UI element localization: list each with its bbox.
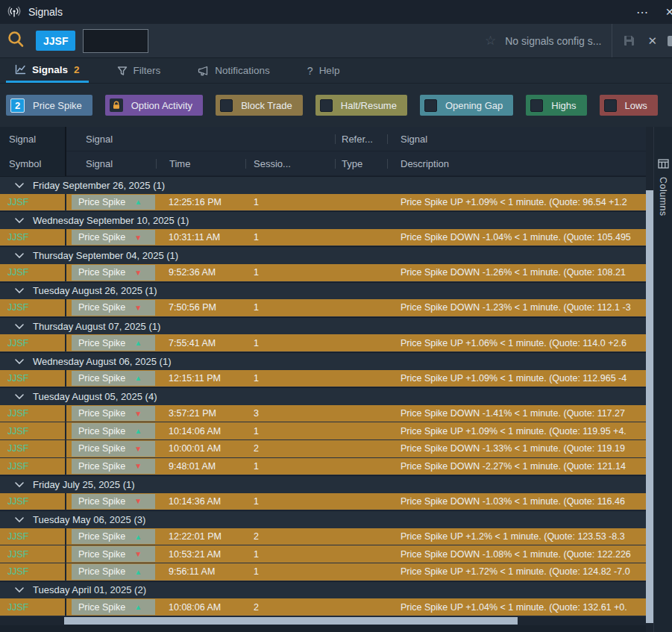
signals-window: Signals ⋯ ✕ JJSF ☆ No signals config s..… <box>0 0 672 632</box>
chevron-down-icon[interactable] <box>15 482 24 487</box>
group-label: Wednesday September 10, 2025 (1) <box>33 215 189 226</box>
chevron-down-icon[interactable] <box>15 218 24 223</box>
signal-row[interactable]: JJSF Price Spike ▲ 10:14:06 AM 1 Price S… <box>0 422 646 440</box>
filter-chip-highs[interactable]: Highs <box>526 95 586 116</box>
vertical-scrollbar-thumb[interactable] <box>646 190 653 623</box>
save-icon[interactable] <box>623 34 635 47</box>
column-header-description[interactable]: Description <box>388 151 646 176</box>
signal-row[interactable]: JJSF Price Spike ▼ 10:31:11 AM 1 Price S… <box>0 229 646 247</box>
date-group-header[interactable]: Thursday August 07, 2025 (1) <box>0 317 646 335</box>
row-time: 9:52:36 AM <box>157 264 246 281</box>
signal-row[interactable]: JJSF Price Spike ▲ 9:56:11 AM 1 Price Sp… <box>0 563 646 581</box>
row-type <box>336 440 388 457</box>
chevron-down-icon[interactable] <box>15 359 24 364</box>
tab-signals[interactable]: Signals 2 <box>6 58 89 83</box>
signal-row[interactable]: JJSF Price Spike ▲ 12:25:16 PM 1 Price S… <box>0 194 646 212</box>
filter-chip-price-spike[interactable]: 2 Price Spike <box>6 95 92 116</box>
chevron-down-icon[interactable] <box>15 324 24 329</box>
more-options-icon[interactable]: ⋯ <box>636 5 649 19</box>
row-type <box>336 545 388 563</box>
row-time: 10:53:21 AM <box>157 545 246 563</box>
signal-row[interactable]: JJSF Price Spike ▼ 10:00:01 AM 2 Price S… <box>0 440 646 458</box>
row-session: 1 <box>246 458 336 475</box>
signal-type-badge: Price Spike ▼ <box>72 546 155 562</box>
direction-arrow-icon: ▲ <box>134 533 142 541</box>
signal-row[interactable]: JJSF Price Spike ▼ 10:14:36 AM 1 Price S… <box>0 493 646 511</box>
date-group-header[interactable]: Tuesday August 26, 2025 (1) <box>0 282 646 300</box>
checkbox[interactable] <box>604 99 617 112</box>
header-group-signal-2[interactable]: Signal <box>66 127 336 151</box>
signal-row[interactable]: JJSF Price Spike ▲ 12:22:01 PM 2 Price S… <box>0 528 646 546</box>
tab-label: Signals <box>32 64 68 75</box>
chevron-down-icon[interactable] <box>15 587 24 592</box>
header-group-signal-1[interactable]: Signal <box>0 127 66 151</box>
clear-config-icon[interactable]: ✕ <box>647 34 657 48</box>
column-header-signal[interactable]: Signal <box>66 151 157 176</box>
date-group-header[interactable]: Thursday September 04, 2025 (1) <box>0 246 646 264</box>
tab-filters[interactable]: Filters <box>108 58 170 83</box>
checkbox[interactable] <box>424 99 437 112</box>
chevron-down-icon[interactable] <box>15 394 24 399</box>
column-header-type[interactable]: Type <box>336 151 388 176</box>
column-header-symbol[interactable]: Symbol <box>0 151 66 176</box>
vertical-scrollbar[interactable] <box>646 127 653 632</box>
chevron-down-icon[interactable] <box>15 253 24 258</box>
row-symbol: JJSF <box>0 545 66 563</box>
group-label: Tuesday April 01, 2025 (2) <box>33 584 146 595</box>
horizontal-scrollbar[interactable] <box>0 616 646 625</box>
chevron-down-icon[interactable] <box>15 288 24 293</box>
direction-arrow-icon: ▼ <box>134 304 142 312</box>
date-group-header[interactable]: Wednesday August 06, 2025 (1) <box>0 352 646 370</box>
signal-type-badge: Price Spike ▼ <box>72 230 155 245</box>
signal-row[interactable]: JJSF Price Spike ▼ 9:48:01 AM 1 Price Sp… <box>0 458 646 476</box>
favorite-star-icon[interactable]: ☆ <box>485 33 496 49</box>
symbol-search-input[interactable] <box>83 29 148 53</box>
tab-notifications[interactable]: Notifications <box>189 58 279 83</box>
checkbox[interactable] <box>530 99 543 112</box>
signal-row[interactable]: JJSF Price Spike ▼ 7:50:56 PM 1 Price Sp… <box>0 299 646 317</box>
date-group-header[interactable]: Tuesday May 06, 2025 (3) <box>0 510 646 528</box>
date-group-header[interactable]: Tuesday August 05, 2025 (4) <box>0 387 646 405</box>
config-status-text[interactable]: No signals config s... <box>505 35 601 47</box>
tab-help[interactable]: ? Help <box>298 58 349 83</box>
signal-row[interactable]: JJSF Price Spike ▼ 9:52:36 AM 1 Price Sp… <box>0 264 646 282</box>
signal-type-badge: Price Spike ▲ <box>72 371 155 387</box>
date-group-header[interactable]: Tuesday April 01, 2025 (2) <box>0 581 646 599</box>
row-signal-label: Price Spike <box>78 443 125 454</box>
row-signal-label: Price Spike <box>78 408 125 419</box>
window-close-icon[interactable]: ✕ <box>665 6 672 18</box>
signal-type-badge: Price Spike ▼ <box>72 459 155 475</box>
header-group-signal-3[interactable]: Signal <box>388 127 646 151</box>
date-group-header[interactable]: Friday September 26, 2025 (1) <box>0 176 646 194</box>
columns-rail[interactable]: Columns <box>653 127 672 632</box>
signal-row[interactable]: JJSF Price Spike ▼ 10:53:21 AM 1 Price S… <box>0 545 646 563</box>
row-symbol: JJSF <box>0 334 66 351</box>
chevron-down-icon[interactable] <box>15 183 24 188</box>
signal-row[interactable]: JJSF Price Spike ▼ 3:57:21 PM 3 Price Sp… <box>0 405 646 423</box>
signal-type-badge: Price Spike ▲ <box>72 195 155 210</box>
funnel-icon <box>117 66 128 76</box>
filter-chip-lows[interactable]: Lows <box>600 95 658 116</box>
checkbox[interactable] <box>220 99 233 112</box>
checkbox[interactable] <box>320 99 333 112</box>
filter-chip-option-activity[interactable]: Option Activity <box>105 95 203 116</box>
signal-type-badge: Price Spike ▼ <box>72 441 155 457</box>
header-group-refer[interactable]: Refer... <box>336 127 388 151</box>
tab-bar: Signals 2 Filters Notifications ? Help <box>0 58 672 84</box>
date-group-header[interactable]: Wednesday September 10, 2025 (1) <box>0 211 646 229</box>
column-header-time[interactable]: Time <box>157 151 246 176</box>
filter-chip-block-trade[interactable]: Block Trade <box>216 95 303 116</box>
horizontal-scrollbar-thumb[interactable] <box>64 617 518 625</box>
signal-row[interactable]: JJSF Price Spike ▲ 7:55:41 AM 1 Price Sp… <box>0 334 646 352</box>
chevron-down-icon[interactable] <box>15 517 24 522</box>
date-group-header[interactable]: Friday July 25, 2025 (1) <box>0 475 646 493</box>
filter-chip-halt-resume[interactable]: Halt/Resume <box>315 95 407 116</box>
clipped-icon[interactable] <box>668 36 672 46</box>
signal-row[interactable]: JJSF Price Spike ▲ 12:15:11 PM 1 Price S… <box>0 370 646 388</box>
row-signal-label: Price Spike <box>78 232 125 243</box>
column-header-session[interactable]: Sessio... <box>246 151 336 176</box>
signal-type-badge: Price Spike ▲ <box>72 335 155 351</box>
filter-chip-opening-gap[interactable]: Opening Gap <box>420 95 513 116</box>
symbol-badge[interactable]: JJSF <box>36 31 75 51</box>
signal-row[interactable]: JJSF Price Spike ▲ 10:08:06 AM 2 Price S… <box>0 598 646 616</box>
